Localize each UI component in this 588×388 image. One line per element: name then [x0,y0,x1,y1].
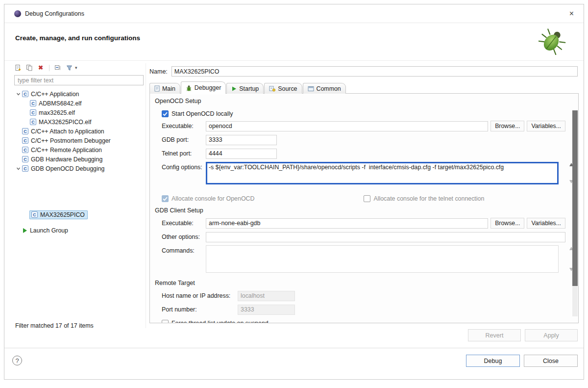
start-openocd-checkbox[interactable] [162,110,169,117]
tree-item-max32625-elf[interactable]: C max32625.elf [14,108,144,117]
window-title: Debug Configurations [25,10,84,17]
group-title-openocd-setup: OpenOCD Setup [155,98,201,104]
allocate-console-openocd-checkbox [162,195,169,202]
tab-label: Common [317,85,341,92]
tab-debugger[interactable]: Debugger [181,81,226,94]
browse-button[interactable]: Browse... [490,121,524,131]
document-icon [154,85,160,92]
chevron-down-icon[interactable] [15,92,22,96]
footer-divider [4,348,584,348]
variables-button[interactable]: Variables... [527,121,565,131]
openocd-executable-input[interactable] [206,121,488,131]
other-options-input[interactable] [206,232,565,242]
port-number-input [238,305,295,315]
tab-label: Debugger [195,84,221,91]
field-label: GDB port: [162,136,206,143]
tab-common[interactable]: Common [303,83,346,94]
c-file-icon: C [22,128,28,134]
c-file-icon: C [22,165,28,172]
scrollbar-thumb[interactable] [572,110,578,286]
variables-button[interactable]: Variables... [527,218,565,229]
vertical-scrollbar[interactable] [572,110,578,316]
window-pane-icon [308,86,314,92]
c-file-icon: C [22,137,28,144]
collapse-all-icon[interactable] [54,64,62,72]
close-icon[interactable]: × [567,9,576,18]
tree-item-label: ADBMS6842.elf [39,100,82,107]
c-file-icon: C [22,147,28,153]
revert-button[interactable]: Revert [468,329,521,341]
debug-bug-icon [539,26,567,55]
filter-input[interactable] [14,75,144,85]
telnet-port-input[interactable] [206,149,277,159]
tree-item-adbms6842[interactable]: C ADBMS6842.elf [14,99,144,108]
window-titlebar: Debug Configurations × [4,4,584,23]
filter-icon[interactable] [65,64,73,72]
field-label: Telnet port: [162,150,206,157]
tree-item-remote-application[interactable]: C C/C++ Remote Application [14,145,144,155]
host-input [238,291,295,301]
source-icon [269,85,275,92]
debug-button[interactable]: Debug [466,355,520,367]
tab-label: Main [162,85,175,92]
gdb-port-input[interactable] [206,135,277,145]
name-label: Name: [149,68,168,75]
field-label: Port number: [162,306,238,313]
delete-icon[interactable]: ✖ [37,64,45,72]
tree-item-label: max32625.elf [39,109,75,116]
tree-item-max32625pico-elf[interactable]: C MAX32625PICO.elf [14,117,144,127]
tree-item-gdb-openocd-debugging[interactable]: C GDB OpenOCD Debugging [14,164,144,173]
checkbox-label: Force thread list update on suspend [172,320,269,323]
checkbox-label: Start OpenOCD locally [172,110,233,117]
tree-item-label: C/C++ Remote Application [31,147,102,154]
gdb-executable-row: Executable: Browse... Variables... [162,218,565,229]
tree-item-label: C/C++ Postmortem Debugger [31,137,111,144]
browse-button[interactable]: Browse... [490,218,524,229]
toolbar-separator [49,65,49,71]
c-file-icon: C [30,119,36,125]
commands-textarea[interactable] [206,245,559,273]
tree-item-launch-group[interactable]: Launch Group [14,226,144,235]
tree-item-postmortem-debugger[interactable]: C C/C++ Postmortem Debugger [14,136,144,145]
apply-button[interactable]: Apply [525,329,578,341]
tree-item-attach-to-application[interactable]: C C/C++ Attach to Application [14,127,144,136]
commands-row: Commands: [162,245,559,273]
tab-bar: Main Debugger Startup Source Common [149,81,346,94]
new-configuration-icon[interactable] [14,64,22,72]
console-checkboxes-row: Allocate console for OpenOCD Allocate co… [162,193,565,204]
force-thread-list-checkbox[interactable] [162,320,169,323]
config-options-row: Config options: -s ${env_var:TOOLCHAIN_P… [162,162,559,184]
tab-main[interactable]: Main [149,83,180,94]
tree-item-cpp-application[interactable]: C C/C++ Application [14,89,144,99]
allocate-console-telnet-checkbox[interactable] [364,195,370,202]
tree-spacer [14,219,144,226]
other-options-row: Other options: [162,232,565,242]
play-icon [231,86,237,92]
tab-startup[interactable]: Startup [226,83,264,94]
window-icon [14,10,21,17]
tab-source[interactable]: Source [264,83,302,94]
tree-item-max32625pico-selected[interactable]: C MAX32625PICO [14,210,144,219]
dropdown-caret-icon[interactable]: ▾ [75,65,77,70]
tree-item-label: GDB OpenOCD Debugging [31,165,104,172]
panel-divider[interactable] [146,63,146,328]
tree-item-label: MAX32625PICO [40,211,85,218]
config-options-textarea[interactable]: -s ${env_var:TOOLCHAIN_PATH}/share/openo… [206,162,559,184]
checkbox-label: Allocate console for the telnet connecti… [373,195,484,202]
checkbox-label: Allocate console for OpenOCD [172,195,254,202]
host-row: Host name or IP address: [162,290,565,301]
gdb-executable-input[interactable] [206,218,488,229]
duplicate-icon[interactable] [25,64,33,72]
c-file-icon: C [31,211,38,218]
close-dialog-button[interactable]: Close [524,355,578,367]
name-row: Name: [149,66,578,77]
tree-item-label: Launch Group [30,227,68,234]
chevron-down-icon[interactable] [15,166,22,171]
name-input[interactable] [172,66,578,77]
c-file-icon: C [30,100,36,106]
debugger-tab-panel: OpenOCD Setup Start OpenOCD locally Exec… [149,93,579,323]
launch-group-icon [23,228,27,233]
tree-item-gdb-hardware-debugging[interactable]: C GDB Hardware Debugging [14,155,144,164]
gdb-port-row: GDB port: [162,134,565,145]
help-button[interactable]: ? [12,356,22,365]
